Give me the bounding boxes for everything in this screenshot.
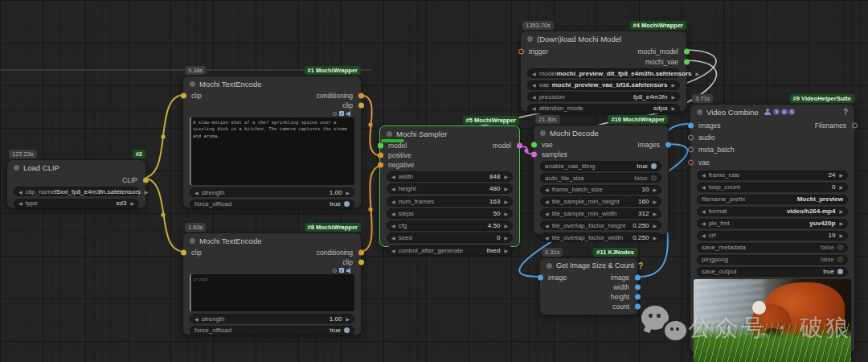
increment-arrow-icon[interactable]: ▶ (839, 208, 843, 214)
toggle-knob-icon[interactable] (837, 257, 843, 262)
record-toggle-icon[interactable] (333, 269, 337, 273)
widget-vae[interactable]: ◀vaemochi_preview_vae_bf16.safetensors▶ (527, 80, 680, 90)
output-slot-height[interactable] (635, 294, 641, 300)
prompt-textarea[interactable]: A slow-motion shot of a chef sprinkling … (190, 117, 354, 185)
widget-pingpong[interactable]: pingpongfalse (697, 255, 848, 265)
decrement-arrow-icon[interactable]: ◀ (702, 172, 706, 178)
collapse-dot-icon[interactable] (190, 81, 195, 87)
decrement-arrow-icon[interactable]: ◀ (532, 71, 536, 76)
input-slot-meta-batch[interactable] (688, 147, 694, 153)
increment-arrow-icon[interactable]: ▶ (653, 199, 657, 204)
node-get-image-size-count[interactable]: 0.31s #11 KJNodes Get Image Size & Count… (539, 257, 638, 315)
decrement-arrow-icon[interactable]: ◀ (545, 187, 549, 192)
increment-arrow-icon[interactable]: ▶ (504, 211, 508, 216)
widget-steps[interactable]: ◀steps50▶ (387, 208, 513, 219)
decrement-arrow-icon[interactable]: ◀ (545, 235, 549, 241)
input-slot-trigger[interactable] (518, 48, 524, 54)
input-slot-clip[interactable] (181, 93, 186, 99)
checkbox-icon[interactable]: ✓ (339, 268, 344, 273)
output-slot-mochi-vae[interactable] (684, 59, 690, 64)
toggle-knob-icon[interactable] (344, 201, 350, 207)
decrement-arrow-icon[interactable]: ◀ (702, 208, 706, 214)
widget-save-metadata[interactable]: save_metadatafalse (697, 243, 848, 253)
increment-arrow-icon[interactable]: ▶ (839, 184, 843, 190)
node-title-bar[interactable]: Mochi Decode (534, 125, 668, 140)
decrement-arrow-icon[interactable]: ◀ (18, 200, 23, 206)
decrement-arrow-icon[interactable]: ◀ (532, 105, 536, 111)
increment-arrow-icon[interactable]: ▶ (671, 82, 675, 88)
decrement-arrow-icon[interactable]: ◀ (545, 223, 549, 228)
widget-tile-overlap-factor-height[interactable]: ◀tile_overlap_factor_height0.250▶ (540, 220, 661, 231)
increment-arrow-icon[interactable]: ▶ (653, 187, 657, 192)
decrement-arrow-icon[interactable]: ◀ (391, 186, 395, 191)
output-slot-mochi-model[interactable] (684, 48, 690, 54)
increment-arrow-icon[interactable]: ▶ (145, 189, 149, 195)
widget-type[interactable]: ◀ type sd3 ▶ (14, 199, 139, 208)
output-slot-conditioning[interactable] (358, 93, 364, 99)
widget-save-output[interactable]: save_outputtrue (697, 267, 848, 277)
widget-force-offload[interactable]: force_offload true (190, 200, 354, 209)
node-title-bar[interactable]: (Down)load Mochi Model (521, 31, 686, 46)
input-slot-vae[interactable] (688, 159, 694, 165)
node-download-mochi-model[interactable]: 1353.70s #4 MochiWrapper (Down)load Moch… (520, 31, 687, 112)
node-mochi-decode[interactable]: 21.30s #10 MochiWrapper Mochi Decode vae… (533, 125, 669, 235)
toggle-knob-icon[interactable] (344, 327, 350, 333)
decrement-arrow-icon[interactable]: ◀ (702, 220, 706, 226)
widget-auto-tile-size[interactable]: auto_tile_sizefalse (540, 173, 661, 183)
node-load-clip[interactable]: 127.23s #2 Load CLIP CLIP ◀ clip_name t5… (6, 159, 146, 208)
input-slot-model[interactable] (378, 143, 383, 149)
output-slot-conditioning[interactable] (358, 250, 364, 256)
node-mochi-textencode-1[interactable]: 9.38s #1 MochiWrapper Mochi TextEncode c… (182, 76, 362, 208)
help-icon[interactable]: ? (638, 261, 643, 270)
decrement-arrow-icon[interactable]: ◀ (18, 189, 23, 195)
node-title-bar[interactable]: Video Combine V H S ? (690, 105, 854, 119)
widget-control-after-generate[interactable]: ◀control_after_generatefixed▶ (387, 245, 513, 256)
node-title-bar[interactable]: Get Image Size & Count ? (540, 258, 637, 273)
input-slot-vae[interactable] (531, 142, 537, 148)
widget-strength[interactable]: ◀ strength 1.00 ▶ (190, 314, 354, 323)
increment-arrow-icon[interactable]: ▶ (504, 248, 508, 253)
increment-arrow-icon[interactable]: ▶ (504, 174, 508, 179)
widget-tile-sample-min-width[interactable]: ◀tile_sample_min_width312▶ (540, 208, 661, 219)
increment-arrow-icon[interactable]: ▶ (346, 190, 350, 195)
speaker-icon[interactable] (346, 268, 353, 274)
node-mochi-textencode-8[interactable]: 1.60s #8 MochiWrapper Mochi TextEncode c… (182, 232, 362, 335)
toggle-knob-icon[interactable] (651, 163, 657, 169)
node-title-bar[interactable]: Load CLIP (7, 160, 145, 175)
widget-loop-count[interactable]: ◀loop_count0▶ (697, 183, 848, 192)
input-slot-positive[interactable] (378, 153, 383, 158)
widget-seed[interactable]: ◀seed0▶ (387, 232, 513, 243)
decrement-arrow-icon[interactable]: ◀ (702, 184, 706, 190)
decrement-arrow-icon[interactable]: ◀ (532, 94, 536, 100)
decrement-arrow-icon[interactable]: ◀ (391, 235, 395, 241)
input-slot-images[interactable] (688, 122, 694, 128)
output-slot-clip[interactable] (358, 103, 364, 109)
collapse-dot-icon[interactable] (697, 109, 702, 115)
output-slot-images[interactable] (665, 142, 671, 148)
increment-arrow-icon[interactable]: ▶ (696, 71, 700, 76)
increment-arrow-icon[interactable]: ▶ (130, 200, 134, 206)
output-slot-clip[interactable] (143, 178, 149, 183)
widget-tile-sample-min-height[interactable]: ◀tile_sample_min_height160▶ (540, 196, 661, 207)
collapse-dot-icon[interactable] (527, 36, 533, 42)
widget-frame-rate[interactable]: ◀frame_rate24▶ (697, 171, 848, 180)
output-slot-clip[interactable] (358, 260, 364, 265)
increment-arrow-icon[interactable]: ▶ (504, 199, 508, 204)
help-icon[interactable]: ? (843, 108, 848, 117)
decrement-arrow-icon[interactable]: ◀ (391, 248, 395, 253)
decrement-arrow-icon[interactable]: ◀ (391, 223, 395, 228)
widget-frame-batch-size[interactable]: ◀frame_batch_size10▶ (540, 185, 661, 195)
decrement-arrow-icon[interactable]: ◀ (391, 174, 395, 179)
collapse-dot-icon[interactable] (387, 131, 392, 137)
prompt-textarea[interactable] (190, 274, 354, 311)
widget-format[interactable]: ◀formatvideo/h264-mp4▶ (697, 207, 848, 216)
widget-model[interactable]: ◀modelmochi_preview_dit_fp8_e4m3fn.safet… (527, 68, 680, 78)
node-title-bar[interactable]: Mochi TextEncode (183, 233, 361, 248)
decrement-arrow-icon[interactable]: ◀ (532, 82, 536, 88)
output-slot-width[interactable] (635, 285, 641, 290)
decrement-arrow-icon[interactable]: ◀ (702, 232, 706, 238)
decrement-arrow-icon[interactable]: ◀ (194, 190, 199, 195)
input-slot-image[interactable] (538, 275, 543, 281)
increment-arrow-icon[interactable]: ▶ (839, 220, 843, 226)
decrement-arrow-icon[interactable]: ◀ (391, 211, 395, 216)
